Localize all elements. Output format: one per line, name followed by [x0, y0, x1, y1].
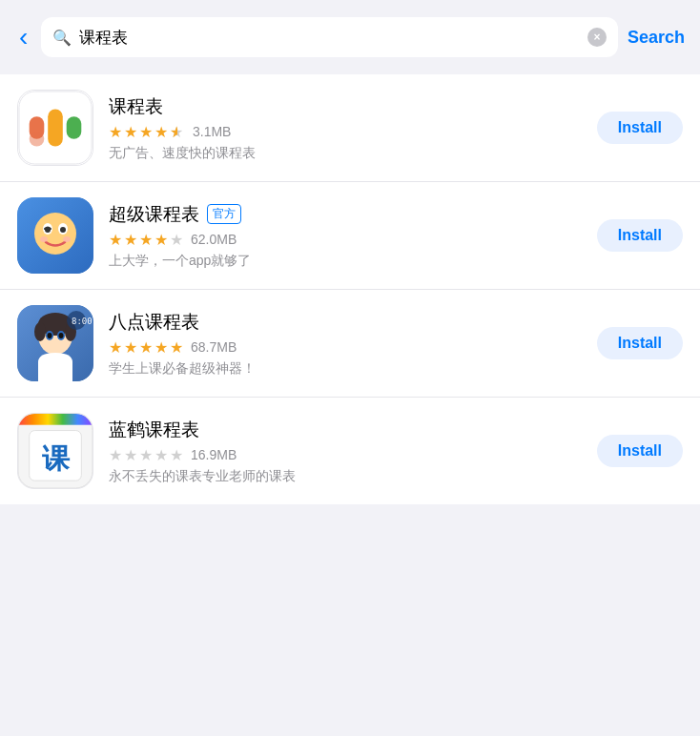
app-name: 超级课程表 [109, 202, 199, 227]
search-bar: 🔍 课程表 × [41, 17, 618, 57]
app-name-row: 八点课程表 [109, 310, 582, 335]
app-info: 超级课程表 官方 ★★★★★ 62.0MB 上大学，一个app就够了 [109, 202, 582, 270]
clear-button[interactable]: × [587, 28, 607, 47]
rating-row: ★★★★★ 16.9MB [109, 446, 582, 464]
header: ‹ 🔍 课程表 × Search [0, 0, 700, 67]
app-name-row: 蓝鹤课程表 [109, 418, 582, 442]
search-input[interactable]: 课程表 [79, 27, 580, 49]
svg-point-13 [63, 236, 71, 242]
install-button[interactable]: Install [597, 219, 683, 252]
app-description: 永不丢失的课表专业老师的课表 [109, 468, 582, 485]
file-size: 68.7MB [191, 339, 237, 355]
app-name: 课程表 [109, 94, 163, 119]
star-full: ★ [124, 231, 137, 249]
file-size: 62.0MB [191, 232, 237, 247]
star-rating: ★★★★★ [109, 338, 183, 357]
star-full: ★ [170, 338, 183, 357]
star-empty: ★ [170, 231, 183, 249]
search-icon: 🔍 [52, 29, 72, 47]
star-full: ★ [124, 123, 137, 141]
star-empty: ★ [170, 446, 183, 464]
app-icon[interactable]: 课 [17, 413, 93, 489]
app-info: 课程表 ★★★★★★ 3.1MB 无广告、速度快的课程表 [109, 94, 582, 162]
star-full: ★ [154, 338, 168, 357]
app-description: 学生上课必备超级神器！ [109, 360, 582, 378]
star-full: ★ [109, 338, 122, 357]
star-full: ★ [124, 338, 137, 357]
svg-point-21 [48, 333, 52, 338]
app-list-item: 8:00 八点课程表 ★★★★★ 68.7MB 学生上课必备超级神器！ Inst… [0, 290, 700, 398]
app-info: 八点课程表 ★★★★★ 68.7MB 学生上课必备超级神器！ [109, 310, 582, 378]
search-button[interactable]: Search [628, 28, 685, 48]
app-icon[interactable]: 8:00 [17, 305, 93, 381]
back-button[interactable]: ‹ [15, 24, 31, 51]
svg-point-11 [60, 227, 66, 233]
app-name: 蓝鹤课程表 [109, 418, 199, 442]
svg-point-7 [34, 213, 76, 255]
rating-row: ★★★★★ 62.0MB [109, 231, 582, 249]
app-name-row: 超级课程表 官方 [109, 202, 582, 227]
svg-text:8:00: 8:00 [72, 317, 93, 326]
star-empty: ★ [109, 446, 122, 464]
svg-point-5 [30, 132, 45, 147]
star-full: ★ [154, 123, 168, 141]
file-size: 3.1MB [193, 124, 231, 139]
app-list-item: 课程表 ★★★★★★ 3.1MB 无广告、速度快的课程表 Install [0, 74, 700, 182]
app-description: 无广告、速度快的课程表 [109, 145, 582, 162]
app-icon[interactable] [17, 90, 93, 166]
svg-rect-28 [18, 414, 93, 425]
app-list-item: 课 蓝鹤课程表 ★★★★★ 16.9MB 永不丢失的课表专业老师的课表 Inst… [0, 398, 700, 504]
star-full: ★ [109, 123, 122, 141]
app-name-row: 课程表 [109, 94, 582, 119]
app-icon[interactable] [17, 197, 93, 274]
app-info: 蓝鹤课程表 ★★★★★ 16.9MB 永不丢失的课表专业老师的课表 [109, 418, 582, 485]
app-name: 八点课程表 [109, 310, 199, 335]
star-empty: ★ [124, 446, 137, 464]
star-full: ★ [154, 231, 168, 249]
star-rating: ★★★★★ [109, 446, 183, 464]
rating-row: ★★★★★ 68.7MB [109, 338, 582, 357]
install-button[interactable]: Install [597, 112, 683, 144]
star-full: ★ [139, 123, 153, 141]
star-rating: ★★★★★ [109, 231, 183, 249]
svg-point-22 [59, 333, 64, 338]
rating-row: ★★★★★★ 3.1MB [109, 123, 582, 141]
svg-point-12 [40, 236, 48, 242]
star-empty: ★ [154, 446, 168, 464]
star-full: ★ [139, 231, 153, 249]
app-list-item: 超级课程表 官方 ★★★★★ 62.0MB 上大学，一个app就够了 Insta… [0, 182, 700, 290]
svg-rect-4 [67, 116, 82, 138]
star-full: ★ [109, 231, 122, 249]
svg-text:课: 课 [42, 443, 71, 474]
svg-point-17 [34, 322, 46, 341]
star-full: ★ [139, 338, 153, 357]
app-description: 上大学，一个app就够了 [109, 253, 582, 270]
app-list: 课程表 ★★★★★★ 3.1MB 无广告、速度快的课程表 Install [0, 74, 700, 504]
star-empty: ★ [139, 446, 153, 464]
install-button[interactable]: Install [597, 327, 683, 359]
install-button[interactable]: Install [597, 435, 683, 467]
star-half: ★★ [170, 123, 185, 138]
file-size: 16.9MB [191, 447, 237, 462]
official-badge: 官方 [207, 204, 241, 224]
star-rating: ★★★★★★ [109, 123, 185, 141]
svg-rect-3 [48, 110, 63, 147]
